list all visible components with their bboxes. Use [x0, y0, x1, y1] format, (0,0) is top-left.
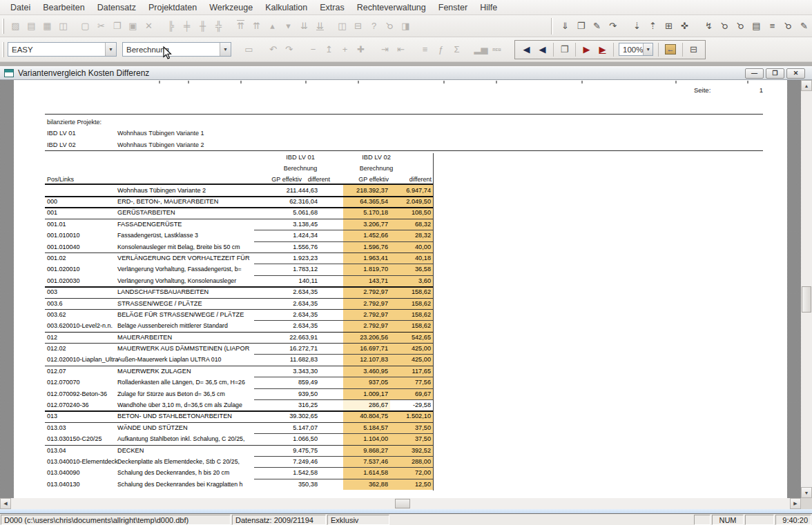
variant-down-icon[interactable]: ⇣ [629, 19, 645, 34]
menu-item-rechteverwaltung[interactable]: Rechteverwaltung [351, 1, 432, 14]
menu-item-datei[interactable]: Datei [4, 1, 37, 14]
formula-icon[interactable]: ƒ [433, 42, 449, 57]
menu-item-bearbeiten[interactable]: Bearbeiten [37, 1, 90, 14]
restore-button[interactable]: ❐ [766, 68, 784, 79]
chevron-down-icon[interactable]: ▼ [220, 43, 231, 56]
print-report-icon[interactable]: ⊟ [686, 42, 702, 57]
lv01-gp-value: 1.424,34 [242, 230, 318, 241]
tree-change-icon[interactable]: ╫ [195, 19, 211, 34]
takeover-record-icon[interactable]: ⇓ [557, 19, 573, 34]
status-clock: 9:40:20 [775, 515, 811, 525]
table-row: 2.792,97158,62003LANDSCHAFTSBAUARBEITEN2… [45, 286, 433, 297]
tree-structure-icon[interactable]: ╬ [211, 19, 226, 34]
chevron-down-icon[interactable]: ▼ [105, 43, 116, 56]
row-separator [45, 332, 433, 333]
forward-record-icon[interactable]: ↷ [605, 19, 621, 34]
move-up-page-icon[interactable]: ⇈ [249, 19, 264, 34]
row-separator [254, 275, 433, 276]
copy-record-icon[interactable]: ❐ [573, 19, 589, 34]
pin-icon[interactable]: ✜ [677, 19, 693, 34]
lv02-gp-cell: 2.792,97 [343, 286, 390, 297]
position-list-icon[interactable]: ≡ [417, 42, 433, 57]
move-down-icon[interactable]: ▾ [280, 19, 296, 34]
nav-next-icon[interactable]: ▶ [579, 42, 594, 57]
nav-first-icon[interactable]: ◀ [519, 42, 534, 57]
difference-value: 158,62 [412, 286, 431, 297]
status-file-path: D000 (c:\users\chris\documents\allright\… [1, 515, 231, 525]
copy-report-icon[interactable]: ❐ [557, 42, 572, 57]
zoom-combo[interactable]: 100% ▼ [619, 43, 653, 56]
remove-position-icon[interactable]: − [305, 42, 321, 57]
chevron-down-icon[interactable]: ▼ [643, 43, 652, 55]
print-icon[interactable]: ⊟ [350, 19, 366, 34]
paste-icon[interactable]: ▣ [125, 19, 141, 34]
move-last-icon[interactable]: ⇊ [312, 19, 328, 34]
scroll-right-icon[interactable]: ▶ [790, 498, 801, 509]
menu-item-projektdaten[interactable]: Projektdaten [142, 1, 203, 14]
open-folder-icon[interactable]: ▭ [241, 42, 257, 57]
close-preview-icon[interactable]: ← [665, 44, 676, 55]
nav-last-icon[interactable]: ▶ [594, 42, 610, 57]
reb-icon[interactable]: REB [489, 42, 505, 57]
menu-item-datensatz[interactable]: Datensatz [91, 1, 142, 14]
insert-graphic-icon[interactable]: ▨ [8, 19, 23, 34]
scroll-up-icon[interactable]: ▲ [801, 80, 812, 91]
print-preview-icon[interactable]: ◫ [334, 19, 350, 34]
menu-item-werkzeuge[interactable]: Werkzeuge [203, 1, 259, 14]
report-block-icon[interactable]: ▤ [23, 19, 39, 34]
view-combo[interactable]: EASY ▼ [8, 42, 117, 57]
lv01-gp-value: 5.147,07 [242, 422, 318, 433]
add-subposition-icon[interactable]: ✚ [353, 42, 369, 57]
insert-position-icon[interactable]: ↥ [321, 42, 337, 57]
vertical-scroll-thumb[interactable] [802, 286, 811, 313]
picture-icon[interactable]: ▦ [39, 19, 55, 34]
redo-icon[interactable]: ↷ [281, 42, 297, 57]
sum-icon[interactable]: Σ [449, 42, 465, 57]
scroll-left-icon[interactable]: ◀ [0, 498, 11, 509]
chart-icon[interactable]: ▂▅ [473, 42, 489, 57]
demote-position-icon[interactable]: ⇥ [377, 42, 393, 57]
difference-value: 6.947,74 [406, 185, 431, 196]
minimize-button[interactable]: — [745, 68, 764, 79]
mode-combo[interactable]: Berechnung ▼ [122, 42, 231, 57]
window-tile-icon[interactable]: ⊞ [661, 19, 677, 34]
horizontal-scroll-thumb[interactable] [395, 499, 410, 508]
menu-bar: DateiBearbeitenDatensatzProjektdatenWerk… [0, 0, 812, 15]
position-code: 012.070240-36 [47, 399, 89, 410]
row-separator [254, 320, 433, 321]
position-code: 003.6 [47, 298, 63, 309]
nav-prev-icon[interactable]: ◀ [534, 42, 550, 57]
menu-item-kalkulation[interactable]: Kalkulation [259, 1, 313, 14]
move-first-icon[interactable]: ⇈ [233, 19, 249, 34]
difference-cell: 425,00 [390, 343, 433, 354]
difference-value: 542,65 [412, 332, 431, 343]
print-preview-area[interactable]: Seite: 1 bilanzierte Projekte: IBD LV 01… [0, 80, 801, 498]
move-up-icon[interactable]: ▴ [264, 19, 280, 34]
difference-value: 28,32 [415, 230, 431, 241]
new-record-icon[interactable]: ▢ [77, 19, 93, 34]
undo-icon[interactable]: ↶ [265, 42, 281, 57]
scroll-down-icon[interactable]: ▼ [801, 487, 812, 498]
tree-insert-icon[interactable]: ╠ [163, 19, 179, 34]
toolbar-grip[interactable] [2, 19, 4, 34]
horizontal-scrollbar[interactable]: ◀ ▶ [0, 498, 801, 509]
edit-record-icon[interactable]: ✎ [589, 19, 605, 34]
lv02-gp-cell: 2.792,97 [343, 320, 390, 331]
menu-item-extras[interactable]: Extras [313, 1, 350, 14]
tree-insert-sub-icon[interactable]: ╪ [179, 19, 195, 34]
move-down-page-icon[interactable]: ⇊ [296, 19, 312, 34]
difference-cell: 40,18 [390, 252, 433, 264]
position-code: 013.040090 [47, 467, 80, 478]
menu-item-hilfe[interactable]: Hilfe [474, 1, 503, 14]
toolbar-grip[interactable] [2, 42, 4, 57]
copy-icon[interactable]: ❐ [109, 19, 125, 34]
catalog-icon[interactable]: ◫ [55, 19, 71, 34]
add-position-icon[interactable]: + [337, 42, 353, 57]
promote-position-icon[interactable]: ⇤ [393, 42, 409, 57]
position-code: 012.07 [47, 366, 66, 377]
variant-up-icon[interactable]: ⇡ [645, 19, 661, 34]
menu-item-fenster[interactable]: Fenster [432, 1, 474, 14]
cut-icon[interactable]: ✂ [93, 19, 109, 34]
close-button[interactable]: ✕ [786, 68, 805, 79]
delete-icon[interactable]: ✕ [141, 19, 157, 34]
